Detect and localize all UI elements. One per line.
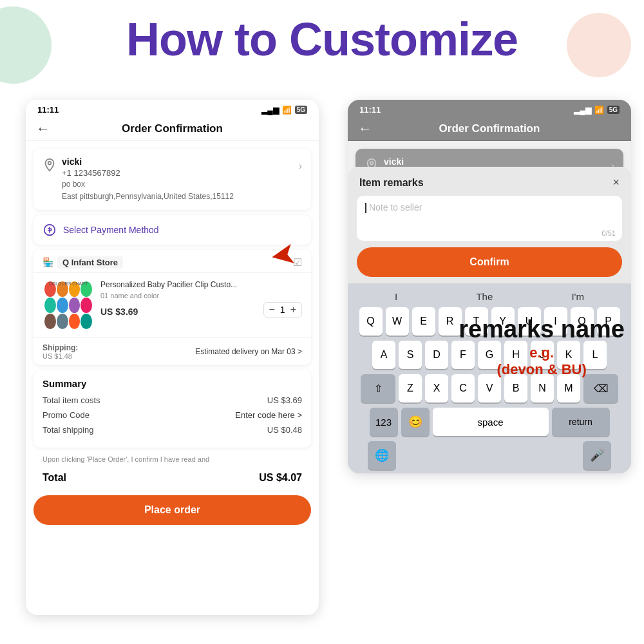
key-mic[interactable]: 🎤 [583,441,611,469]
right-wifi-icon: 📶 [594,106,604,115]
key-s[interactable]: S [399,341,422,369]
right-network-badge: 5G [607,106,620,114]
qty-value: 1 [280,305,285,315]
promo-value[interactable]: Enter code here > [235,410,302,420]
right-phone: 11:11 ▂▄▆ 📶 5G ← Order Confirmation vick… [348,100,631,473]
address-box: po box [62,179,299,190]
key-r[interactable]: R [439,307,462,336]
key-e[interactable]: E [412,307,435,336]
address-chevron: › [299,160,302,172]
left-time: 11:11 [37,105,59,115]
total-value: US $4.07 [259,472,302,484]
shipping-label-text: Shipping: [43,343,78,352]
keyboard-row-3: ⇧ Z X C V B N M ⌫ [350,374,629,402]
total-shipping-label: Total shipping [43,425,94,435]
key-z[interactable]: Z [399,374,422,402]
key-emoji[interactable]: 😊 [401,408,430,436]
key-globe[interactable]: 🌐 [368,441,396,469]
shipping-row: Shipping: US $1.48 Estimated delivery on… [33,337,311,365]
remarks-input-area[interactable]: Note to seller 0/51 [357,196,622,241]
product-sub: 01 name and color [100,292,302,299]
key-n[interactable]: N [531,374,554,402]
key-return[interactable]: return [552,408,610,436]
remarks-header: Item remarks × [348,167,631,196]
right-back-button[interactable]: ← [358,120,372,137]
key-space[interactable]: space [433,408,549,436]
key-m[interactable]: M [557,374,580,402]
promo-label: Promo Code [43,410,90,420]
product-info: Personalized Baby Pacifier Clip Custo...… [100,279,302,318]
suggestion-im[interactable]: I'm [571,291,584,302]
total-label: Total [43,472,66,484]
remarks-eg-text: e.g. (devon & BU) [459,345,625,378]
remarks-name-big-text: remarks name [459,316,625,343]
address-city: East pittsburgh,Pennsylvania,United Stat… [62,191,299,202]
remarks-name-overlay: remarks name e.g. (devon & BU) [459,316,625,378]
total-row: Total US $4.07 [33,466,311,490]
left-back-button[interactable]: ← [36,120,50,137]
qty-control[interactable]: − 1 + [263,302,302,317]
total-item-value: US $3.69 [267,395,302,405]
right-signal-icon: ▂▄▆ [574,106,591,115]
qty-minus[interactable]: − [269,304,275,316]
page-title: How to Customize [0,13,644,66]
left-nav-title: Order Confirmation [122,122,223,135]
network-badge: 5G [295,106,307,114]
address-info: vicki +1 1234567892 po box East pittsbur… [62,156,299,202]
right-nav-bar: ← Order Confirmation [348,117,631,141]
disclaimer-text: Upon clicking 'Place Order', I confirm I… [33,453,311,466]
address-phone: +1 1234567892 [62,168,299,178]
svg-point-2 [370,162,374,165]
key-backspace[interactable]: ⌫ [583,374,618,402]
payment-icon [43,223,57,237]
product-row: COLOURS CHART Personalized Baby Pacifier… [33,273,311,337]
key-d[interactable]: D [425,341,448,369]
place-order-button[interactable]: Place order [33,495,311,525]
store-name-row: 🏪 Q Infant Store [43,256,123,269]
location-icon [43,158,57,172]
keyboard-row-4: 123 😊 space return [350,408,629,436]
qty-plus[interactable]: + [290,304,296,316]
keyboard-spacer [399,441,580,469]
right-time: 11:11 [359,105,381,115]
store-icon: 🏪 [43,257,53,267]
product-title: Personalized Baby Pacifier Clip Custo... [100,279,302,290]
product-price: US $3.69 [100,307,138,317]
summary-section: Summary Total item costs US $3.69 Promo … [33,370,311,448]
left-status-icons: ▂▄▆ 📶 5G [261,106,307,115]
store-section: 🏪 Q Infant Store ☑ [33,250,311,365]
signal-icon: ▂▄▆ [261,106,279,115]
promo-row[interactable]: Promo Code Enter code here > [43,410,302,420]
key-a[interactable]: A [372,341,395,369]
key-v[interactable]: V [478,374,501,402]
key-c[interactable]: C [451,374,475,402]
confirm-button[interactable]: Confirm [357,247,622,277]
address-name: vicki [62,156,299,167]
suggestion-i[interactable]: I [395,291,397,302]
address-card[interactable]: vicki +1 1234567892 po box East pittsbur… [33,149,311,210]
key-x[interactable]: X [425,374,448,402]
keyboard-row-5: 🌐 🎤 [350,441,629,469]
remarks-placeholder: Note to seller [365,202,422,213]
right-status-icons: ▂▄▆ 📶 5G [574,106,620,115]
key-shift[interactable]: ⇧ [361,374,395,402]
remarks-close-button[interactable]: × [612,176,620,189]
key-q[interactable]: Q [359,307,383,336]
wifi-icon: 📶 [282,106,292,115]
total-item-row: Total item costs US $3.69 [43,395,302,405]
remarks-title: Item remarks [359,177,424,189]
right-nav-title: Order Confirmation [439,122,540,135]
suggestion-the[interactable]: The [476,291,493,302]
key-b[interactable]: B [504,374,527,402]
qty-row: US $3.69 − 1 + [100,302,302,317]
store-name: Q Infant Store [57,256,123,269]
total-shipping-row: Total shipping US $0.48 [43,425,302,435]
key-num[interactable]: 123 [370,408,398,436]
text-cursor [365,203,366,213]
svg-point-0 [48,162,52,165]
keyboard: I The I'm Q W E R T Y U I O P A S D F [348,283,631,473]
key-w[interactable]: W [386,307,409,336]
summary-title: Summary [43,378,302,389]
total-item-label: Total item costs [43,395,100,405]
left-phone: 11:11 ▂▄▆ 📶 5G ← Order Confirmation vick… [26,100,319,615]
